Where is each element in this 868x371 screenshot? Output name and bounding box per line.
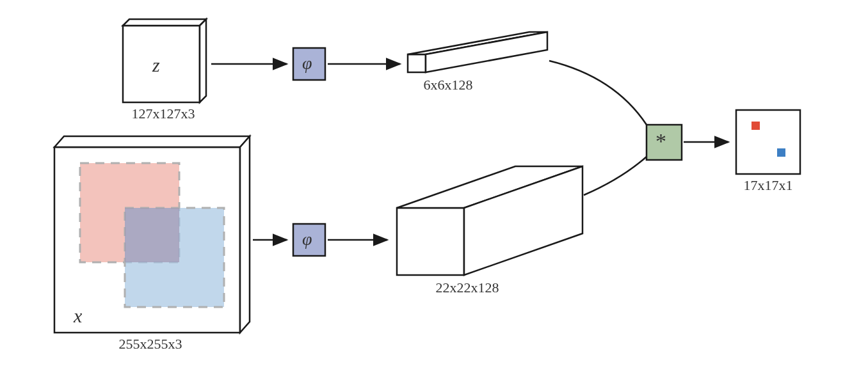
x-dims-label: 255x255x3 (112, 336, 189, 352)
output-dims-label: 17x17x1 (739, 177, 797, 194)
svg-rect-12 (397, 208, 464, 275)
input-x-box (54, 136, 250, 333)
phi-symbol-top: φ (302, 53, 312, 74)
svg-marker-2 (123, 19, 206, 26)
diagram-canvas (0, 0, 868, 371)
svg-marker-10 (240, 136, 250, 333)
z-feat-dims-label: 6x6x128 (410, 77, 486, 93)
svg-rect-5 (408, 54, 426, 72)
patch-overlap (125, 208, 179, 262)
x-symbol: x (74, 305, 82, 327)
phi-symbol-bottom: φ (302, 229, 312, 249)
conv-symbol: * (655, 129, 666, 154)
x-feat-dims-label: 22x22x128 (422, 280, 512, 296)
feature-x-box (397, 166, 583, 275)
svg-marker-3 (200, 19, 206, 102)
output-box (736, 110, 800, 174)
z-symbol: z (152, 54, 160, 76)
output-blue-dot (777, 148, 785, 157)
svg-marker-7 (426, 32, 547, 72)
output-red-dot (751, 122, 760, 130)
svg-rect-1 (123, 26, 200, 102)
curve-top-to-conv (549, 61, 647, 125)
input-z-box (123, 19, 206, 102)
svg-marker-9 (54, 136, 250, 147)
curve-bottom-to-conv (584, 157, 647, 195)
svg-rect-16 (736, 110, 800, 174)
z-dims-label: 127x127x3 (125, 106, 202, 122)
feature-z-box (408, 32, 547, 72)
